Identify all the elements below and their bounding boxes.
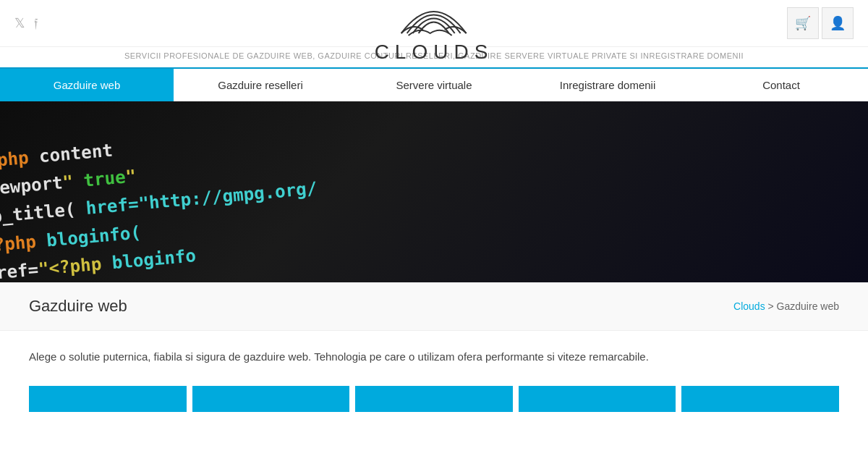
page-title: Gazduire web — [29, 297, 127, 316]
plan-btn-3[interactable] — [355, 386, 513, 412]
nav-inregistrare-domenii[interactable]: Inregistrare domenii — [521, 69, 694, 101]
breadcrumb: Clouds > Gazduire web — [733, 300, 839, 312]
code-overlay: <?php content viewport" true" wp_title( … — [0, 101, 868, 282]
content-area: Alege o solutie puternica, fiabila si si… — [0, 331, 868, 377]
nav-servere-virtuale[interactable]: Servere virtuale — [347, 69, 521, 101]
twitter-link[interactable]: 𝕏 — [14, 15, 25, 31]
hero-banner: <?php content viewport" true" wp_title( … — [0, 101, 868, 282]
header-actions: 🛒 👤 — [787, 7, 854, 39]
page-description: Alege o solutie puternica, fiabila si si… — [29, 348, 839, 366]
nav-gazduire-web[interactable]: Gazduire web — [0, 69, 174, 101]
account-button[interactable]: 👤 — [822, 7, 854, 39]
nav-contact[interactable]: Contact — [694, 69, 868, 101]
logo: CLOUDS — [375, 0, 494, 64]
main-nav: Gazduire web Gazduire reselleri Servere … — [0, 67, 868, 101]
plan-btn-5[interactable] — [681, 386, 839, 412]
plan-btn-4[interactable] — [519, 386, 676, 412]
plan-btn-2[interactable] — [192, 386, 350, 412]
social-links: 𝕏 𝔣 — [14, 15, 38, 31]
header: 𝕏 𝔣 CLOUDS 🛒 👤 — [0, 0, 868, 47]
breadcrumb-separator: > — [768, 300, 777, 312]
cart-button[interactable]: 🛒 — [787, 7, 819, 39]
breadcrumb-current: Gazduire web — [777, 300, 839, 312]
page-header: Gazduire web Clouds > Gazduire web — [0, 282, 868, 331]
plan-buttons-row — [0, 377, 868, 421]
breadcrumb-home[interactable]: Clouds — [733, 300, 765, 312]
facebook-link[interactable]: 𝔣 — [34, 16, 38, 31]
hero-code-image: <?php content viewport" true" wp_title( … — [0, 101, 868, 282]
nav-gazduire-reselleri[interactable]: Gazduire reselleri — [174, 69, 347, 101]
plan-btn-1[interactable] — [29, 386, 187, 412]
logo-text: CLOUDS — [375, 41, 494, 64]
